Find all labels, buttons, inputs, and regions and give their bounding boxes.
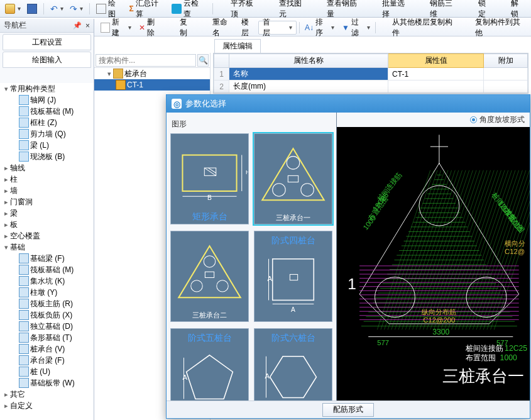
tree-node-item[interactable]: CT-1 [94,79,210,91]
gallery-label: 图形 [172,119,334,130]
tree-item[interactable]: 桩承台 (V) [0,343,94,355]
tree-item[interactable]: 条形基础 (T) [0,332,94,343]
copy-from-floor-button[interactable]: 从其他楼层复制构件 [378,21,459,35]
svg-text:桩间连接筋: 桩间连接筋 [465,344,503,353]
radio-angle-slope[interactable] [470,116,477,123]
svg-line-78 [416,170,469,330]
svg-text:B: B [207,194,212,201]
unlock-button[interactable]: 解锁 [496,2,528,16]
copy-button[interactable]: 复制 [166,21,197,35]
tree-group[interactable]: ▸柱 [0,174,94,185]
dialog-titlebar[interactable]: ◎ 参数化选择 [167,95,530,113]
tree-item[interactable]: 承台梁 (F) [0,355,94,366]
svg-text:C12@: C12@ [505,248,525,255]
shape-thumb[interactable]: 三桩承台一 [254,133,332,224]
tree-group[interactable]: ▸轴线 [0,162,94,174]
rebar-form-button[interactable]: 配筋形式 [322,403,374,417]
svg-text:三桩承台一: 三桩承台一 [442,367,524,385]
svg-line-89 [455,170,508,330]
shape-thumb[interactable]: A阶式五桩台B=A/1.5385 [170,328,249,401]
tree-item[interactable]: 基础梁 (F) [0,253,94,264]
table-row[interactable]: 1 名称 CT-1 [214,68,528,80]
tab-project-settings[interactable]: 工程设置 [3,34,91,50]
search-button[interactable]: 🔍 [197,54,209,67]
svg-line-74 [402,170,456,330]
tree-item[interactable]: 剪力墙 (Q) [0,128,94,140]
tree-group[interactable]: ▸空心楼盖 [0,230,94,241]
svg-line-86 [444,170,498,330]
svg-line-70 [388,170,441,330]
search-input[interactable] [96,54,196,67]
close-icon[interactable]: × [85,21,90,30]
tree-item[interactable]: 桩 (U) [0,366,94,377]
param-select-dialog: ◎ 参数化选择 图形 BH矩形承台三桩承台一三桩承台二AA阶式四桩台A阶式五桩台… [166,94,530,419]
svg-line-90 [459,170,512,330]
tree-group[interactable]: ▸板 [0,219,94,230]
align-top-button[interactable]: 平齐板顶 [217,2,263,16]
svg-point-15 [191,280,202,292]
rebar-3d-button[interactable]: 钢筋三维 [416,2,463,16]
sub-toolbar: 新建▾ ✕删除 复制 重命名 楼层 首层▾ A↓排序▾ ▼过滤▾ 从其他楼层复制… [94,19,531,36]
save-button[interactable] [25,2,40,16]
tree-node-root[interactable]: ▾桩承台 [94,68,210,79]
tree-item[interactable]: 筏板负筋 (X) [0,309,94,321]
sum-button[interactable]: Σ汇总计算 [127,2,168,16]
svg-line-71 [391,170,445,330]
svg-text:A: A [265,372,270,380]
redo-button[interactable]: ↷▾ [67,2,85,16]
tb-label: 查找图元 [279,0,309,19]
tree-item[interactable]: 筏板主筋 (R) [0,298,94,309]
undo-button[interactable]: ↶▾ [48,2,66,16]
tree-item[interactable]: 梁 (L) [0,140,94,151]
tree-item[interactable]: 现浇板 (B) [0,151,94,162]
svg-marker-32 [359,163,519,323]
tree-group[interactable]: ▸自定义 [0,400,94,411]
tree-item[interactable]: 柱墩 (Y) [0,287,94,298]
table-row[interactable]: 2 长度(mm) [214,80,528,93]
new-button[interactable]: 新建▾ [98,21,134,35]
delete-button[interactable]: ✕删除 [136,21,163,35]
view-rebar-button[interactable]: 查看钢筋量 [312,2,366,16]
property-tab[interactable]: 属性编辑 [214,39,261,53]
tree-item[interactable]: 筏板基础 (M) [0,264,94,275]
tree-group[interactable]: ▸其它 [0,389,94,400]
tree-item[interactable]: 独立基础 (D) [0,321,94,332]
svg-text:A: A [182,373,187,381]
shape-thumb[interactable]: AA阶式四桩台 [254,231,332,322]
tab-draw-input[interactable]: 绘图输入 [3,52,91,68]
tree-root[interactable]: ▾常用构件类型 [0,83,94,94]
tree-item[interactable]: 集水坑 (K) [0,275,94,287]
tree-item[interactable]: 筏板基础 (M) [0,106,94,117]
cell-value[interactable]: CT-1 [388,68,484,80]
cloud-check-button[interactable]: 云检查 [169,2,208,16]
shape-thumb[interactable]: 三桩承台二 [170,231,249,322]
shape-thumb[interactable]: BH矩形承台 [170,133,249,224]
svg-line-81 [427,170,480,330]
pin-icon[interactable]: 📌 [73,21,82,30]
svg-text:577: 577 [377,339,389,346]
svg-text:纵向分布筋: 纵向分布筋 [422,308,456,316]
svg-line-82 [430,170,484,330]
lock-button[interactable]: 锁定 [464,2,496,16]
rename-button[interactable]: 重命名 [199,21,236,35]
floor-select[interactable]: 首层▾ [258,21,297,35]
shape-thumb[interactable]: A阶式六桩台B=A/1.7326 [254,328,332,401]
tree-item[interactable]: 基础板带 (W) [0,377,94,389]
filter-button[interactable]: ▼过滤▾ [339,21,373,35]
tree-group[interactable]: ▾基础 [0,241,94,253]
batch-select-button[interactable]: 批量选择 [368,2,414,16]
col-value: 属性值 [388,54,484,68]
copy-to-floor-button[interactable]: 复制构件到其他 [461,21,527,35]
draw-button[interactable]: 绘图 [94,2,126,16]
cell-value[interactable] [388,80,484,93]
open-button[interactable]: ▾ [3,2,23,16]
tree-item[interactable]: 框柱 (Z) [0,117,94,128]
tree-item[interactable]: 轴网 (J) [0,94,94,106]
find-ele-button[interactable]: 查找图元 [265,2,311,16]
svg-point-11 [301,184,314,197]
sort-button[interactable]: A↓排序▾ [302,21,337,35]
svg-line-75 [405,170,459,330]
tree-group[interactable]: ▸门窗洞 [0,196,94,207]
tree-group[interactable]: ▸墙 [0,185,94,196]
tree-group[interactable]: ▸梁 [0,207,94,219]
